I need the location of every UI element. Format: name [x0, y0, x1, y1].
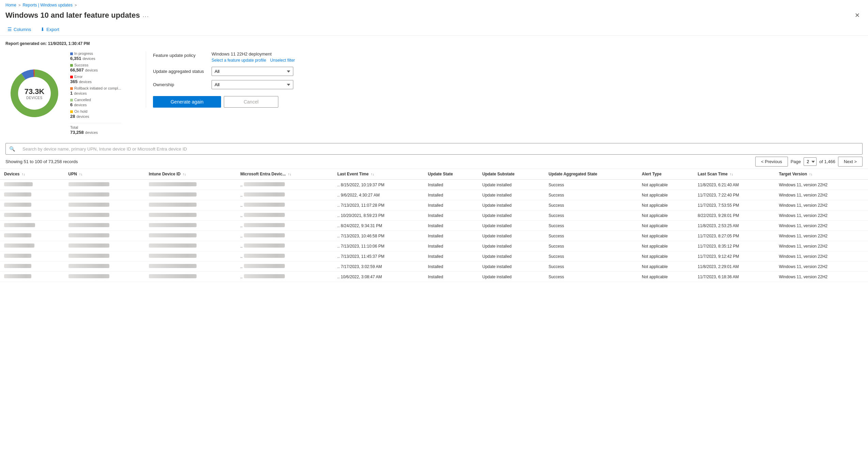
cell-ms-entra: ..: [236, 231, 334, 241]
columns-button[interactable]: ☰ Columns: [5, 25, 33, 33]
col-intune-device-id[interactable]: Intune Device ID ↑↓: [145, 169, 236, 179]
cell-update-aggregated-state: Success: [544, 241, 638, 251]
table-row[interactable]: .. .. 7/13/2023, 11:07:28 PMInstalledUpd…: [0, 200, 868, 210]
legend-devices: devices: [74, 103, 87, 107]
policy-links: Select a feature update profile Unselect…: [212, 58, 295, 63]
feature-update-policy-row: Feature update policy Windows 11 22H2 de…: [153, 51, 295, 63]
cell-upn: [64, 262, 145, 272]
cell-upn: [64, 221, 145, 231]
cell-update-substate: Update installed: [478, 251, 545, 262]
next-button[interactable]: Next >: [838, 157, 863, 167]
chart-legend: In progress 6,351 devicesSuccess 66,507 …: [70, 51, 121, 135]
col-target-version[interactable]: Target Version ↑↓: [775, 169, 868, 179]
legend-count: 6: [70, 102, 73, 107]
table-row[interactable]: .. .. 9/6/2022, 4:30:27 AMInstalledUpdat…: [0, 190, 868, 200]
col-update-aggregated-state[interactable]: Update Aggregated State: [544, 169, 638, 179]
cell-ms-entra: ..: [236, 262, 334, 272]
cell-devices: [0, 231, 64, 241]
data-table: Devices ↑↓ UPN ↑↓ Intune Device ID ↑↓ Mi…: [0, 169, 868, 282]
cell-last-scan-time: 11/8/2023, 2:29:01 AM: [694, 262, 775, 272]
cell-intune-device-id: [145, 231, 236, 241]
legend-count: 1: [70, 91, 73, 96]
cell-last-scan-time: 11/8/2023, 2:53:25 AM: [694, 221, 775, 231]
legend-item: Rollback initiated or compl... 1 devices: [70, 86, 121, 96]
col-devices[interactable]: Devices ↑↓: [0, 169, 64, 179]
ownership-select[interactable]: All: [212, 80, 293, 89]
generate-again-button[interactable]: Generate again: [153, 96, 221, 108]
cell-devices: [0, 272, 64, 282]
chart-center: 73.3K DEVICES: [25, 87, 45, 99]
sort-icon-last-event: ↑↓: [371, 172, 374, 176]
col-update-substate[interactable]: Update Substate: [478, 169, 545, 179]
cell-target-version: Windows 11, version 22H2: [775, 221, 868, 231]
table-row[interactable]: .. .. 7/13/2023, 11:10:06 PMInstalledUpd…: [0, 241, 868, 251]
close-button[interactable]: ✕: [852, 10, 863, 20]
cell-last-event-time: .. 10/20/2021, 8:59:23 PM: [333, 210, 424, 221]
search-section: 🔍: [0, 140, 868, 155]
table-row[interactable]: .. .. 7/13/2023, 10:46:58 PMInstalledUpd…: [0, 231, 868, 241]
cell-update-aggregated-state: Success: [544, 179, 638, 190]
cell-last-scan-time: 11/8/2023, 6:21:40 AM: [694, 179, 775, 190]
cell-last-event-time: .. 7/17/2023, 3:02:59 AM: [333, 262, 424, 272]
cell-intune-device-id: [145, 221, 236, 231]
export-button[interactable]: ⬇ Export: [38, 25, 61, 33]
unselect-filter-link[interactable]: Unselect filter: [270, 58, 295, 63]
sort-icon-target: ↑↓: [809, 172, 812, 176]
cell-update-aggregated-state: Success: [544, 251, 638, 262]
cell-last-scan-time: 8/22/2023, 9:28:01 PM: [694, 210, 775, 221]
cell-last-event-time: .. 10/6/2022, 3:08:47 AM: [333, 272, 424, 282]
sort-icon-scan: ↑↓: [730, 172, 733, 176]
policy-section: Feature update policy Windows 11 22H2 de…: [146, 51, 295, 108]
cell-update-aggregated-state: Success: [544, 262, 638, 272]
breadcrumb: Home > Reports | Windows updates >: [0, 0, 868, 9]
legend-item: Total 73,258 devices: [70, 123, 121, 135]
col-alert-type[interactable]: Alert Type: [638, 169, 694, 179]
records-info: Showing 51 to 100 of 73,258 records: [5, 159, 78, 164]
col-upn[interactable]: UPN ↑↓: [64, 169, 145, 179]
cell-ms-entra: ..: [236, 221, 334, 231]
update-aggregated-status-select[interactable]: All: [212, 67, 293, 76]
cell-devices: [0, 262, 64, 272]
cell-intune-device-id: [145, 262, 236, 272]
table-row[interactable]: .. .. 10/6/2022, 3:08:47 AMInstalledUpda…: [0, 272, 868, 282]
legend-label: Error: [70, 75, 121, 79]
table-row[interactable]: .. .. 7/17/2023, 3:02:59 AMInstalledUpda…: [0, 262, 868, 272]
sort-icon-entra: ↑↓: [288, 172, 291, 176]
breadcrumb-reports[interactable]: Reports | Windows updates: [22, 3, 73, 7]
page-label: Page: [791, 159, 801, 164]
cell-devices: [0, 179, 64, 190]
title-area: Windows 10 and later feature updates ...…: [0, 9, 868, 23]
col-ms-entra[interactable]: Microsoft Entra Devic... ↑↓: [236, 169, 334, 179]
table-header: Devices ↑↓ UPN ↑↓ Intune Device ID ↑↓ Mi…: [0, 169, 868, 179]
cell-alert-type: Not applicable: [638, 221, 694, 231]
search-input[interactable]: [18, 144, 862, 154]
col-last-event-time[interactable]: Last Event Time ↑↓: [333, 169, 424, 179]
cell-last-scan-time: 11/7/2023, 7:22:40 PM: [694, 190, 775, 200]
breadcrumb-home[interactable]: Home: [5, 3, 16, 7]
cell-update-state: Installed: [424, 262, 478, 272]
cancel-button[interactable]: Cancel: [224, 96, 278, 108]
cell-update-aggregated-state: Success: [544, 231, 638, 241]
cell-devices: [0, 210, 64, 221]
table-row[interactable]: .. .. 8/24/2022, 9:34:31 PMInstalledUpda…: [0, 221, 868, 231]
cell-target-version: Windows 11, version 22H2: [775, 262, 868, 272]
table-row[interactable]: .. .. 7/13/2023, 11:45:37 PMInstalledUpd…: [0, 251, 868, 262]
cell-alert-type: Not applicable: [638, 262, 694, 272]
cell-alert-type: Not applicable: [638, 272, 694, 282]
legend-item: Cancelled 6 devices: [70, 98, 121, 107]
previous-button[interactable]: < Previous: [755, 157, 788, 167]
title-more-button[interactable]: ...: [143, 12, 149, 18]
table-row[interactable]: .. .. 10/20/2021, 8:59:23 PMInstalledUpd…: [0, 210, 868, 221]
legend-label: In progress: [70, 51, 121, 56]
breadcrumb-sep2: >: [75, 3, 77, 7]
cell-target-version: Windows 11, version 22H2: [775, 251, 868, 262]
report-content: 73.3K DEVICES In progress 6,351 devicesS…: [5, 51, 863, 135]
cell-upn: [64, 272, 145, 282]
table-row[interactable]: .. .. 8/15/2022, 10:19:37 PMInstalledUpd…: [0, 179, 868, 190]
search-bar: 🔍: [5, 143, 863, 155]
select-profile-link[interactable]: Select a feature update profile: [212, 58, 266, 63]
cell-ms-entra: ..: [236, 251, 334, 262]
page-select[interactable]: 2: [804, 157, 817, 166]
col-update-state[interactable]: Update State: [424, 169, 478, 179]
col-last-scan-time[interactable]: Last Scan Time ↑↓: [694, 169, 775, 179]
